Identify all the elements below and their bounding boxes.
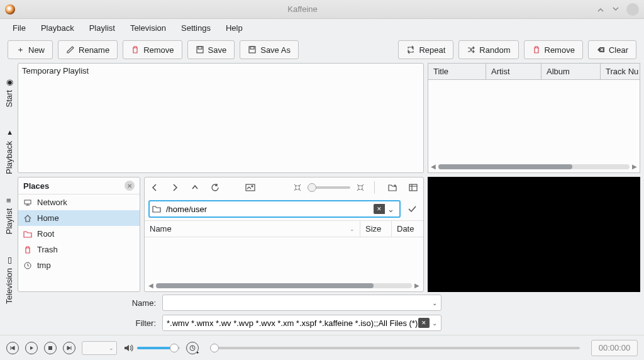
col-title[interactable]: Title	[428, 64, 486, 79]
menu-playback[interactable]: Playback	[35, 21, 80, 35]
prev-button[interactable]	[6, 342, 19, 354]
tracks-body[interactable]: ◀ ▶	[428, 80, 640, 173]
col-size[interactable]: Size	[360, 221, 392, 237]
app-icon	[5, 4, 15, 14]
col-album[interactable]: Album	[541, 64, 601, 79]
window-title: Kaffeine	[15, 4, 590, 14]
tracks-header: Title Artist Album Track Nu	[428, 63, 640, 80]
menu-settings[interactable]: Settings	[175, 21, 217, 35]
file-columns: Name⌄ Size Date	[145, 220, 423, 237]
tab-playlist[interactable]: Playlist≡	[0, 186, 18, 244]
file-list[interactable]: ◀ ▶	[145, 237, 423, 291]
places-panel: Places ✕ NetworkHomeRootTrashtmp	[18, 177, 140, 292]
trash-icon	[532, 45, 541, 54]
video-preview	[428, 177, 640, 292]
repeat-button[interactable]: Repeat	[398, 40, 453, 59]
rename-button[interactable]: Rename	[58, 40, 118, 59]
close-places-icon[interactable]: ✕	[125, 181, 135, 191]
maximize-icon[interactable]	[611, 5, 620, 14]
play-button[interactable]	[25, 342, 38, 354]
scroll-right-icon[interactable]: ▶	[632, 163, 637, 170]
aspect-select[interactable]: ⌄	[82, 341, 117, 355]
trash-icon	[23, 245, 32, 254]
clear-button[interactable]: Clear	[588, 40, 636, 59]
place-item-root[interactable]: Root	[18, 226, 140, 242]
tab-television[interactable]: Television▭	[0, 246, 18, 313]
path-input[interactable]: ✕ ⌄	[148, 200, 401, 218]
svg-rect-6	[246, 184, 255, 191]
player-bar: ⌄ ▸ 00:00:00	[0, 335, 644, 360]
clear-icon	[596, 45, 605, 54]
random-button[interactable]: Random	[458, 40, 518, 59]
col-artist[interactable]: Artist	[486, 64, 541, 79]
menu-file[interactable]: File	[6, 21, 32, 35]
remove-button[interactable]: Remove	[123, 40, 182, 59]
minimize-icon[interactable]	[596, 5, 605, 14]
filter-dropdown-icon[interactable]: ⌄	[432, 320, 437, 327]
volume-icon[interactable]	[123, 344, 133, 352]
tracks-hscroll[interactable]: ◀ ▶	[431, 163, 637, 170]
scroll-left-icon[interactable]: ◀	[148, 282, 153, 289]
col-tracknum[interactable]: Track Nu	[601, 64, 640, 79]
back-icon[interactable]	[148, 181, 161, 194]
zoom-slider[interactable]	[291, 181, 367, 194]
name-input[interactable]: ⌄	[162, 295, 441, 311]
home-icon	[23, 214, 32, 223]
path-field[interactable]	[164, 205, 374, 214]
place-item-network[interactable]: Network	[18, 194, 140, 210]
new-button[interactable]: ＋New	[8, 40, 53, 59]
next-button[interactable]	[63, 342, 75, 354]
remove-track-button[interactable]: Remove	[524, 40, 583, 59]
place-item-home[interactable]: Home	[18, 210, 140, 226]
sort-dropdown-icon[interactable]: ⌄	[350, 226, 355, 232]
new-folder-icon[interactable]	[387, 181, 399, 194]
path-dropdown-icon[interactable]: ⌄	[385, 205, 397, 214]
file-hscroll[interactable]: ◀ ▶	[148, 282, 419, 289]
scroll-left-icon[interactable]: ◀	[431, 163, 436, 170]
svg-rect-1	[198, 47, 202, 49]
col-date[interactable]: Date	[392, 221, 423, 237]
pencil-icon	[66, 45, 75, 54]
accept-path-icon[interactable]	[404, 204, 419, 214]
menu-playlist[interactable]: Playlist	[83, 21, 121, 35]
time-display: 00:00:00	[591, 340, 638, 356]
up-icon[interactable]	[189, 181, 201, 194]
side-tabs: Start◉ Playback▸ Playlist≡ Television▭	[0, 63, 18, 335]
menu-television[interactable]: Television	[124, 21, 172, 35]
tab-start[interactable]: Start◉	[0, 68, 18, 116]
volume-control[interactable]	[123, 344, 180, 352]
playlist-list[interactable]: Temporary Playlist	[18, 63, 424, 173]
timer-button[interactable]: ▸	[186, 342, 199, 354]
tab-playback[interactable]: Playback▸	[0, 119, 18, 184]
col-name[interactable]: Name⌄	[145, 221, 360, 237]
preview-icon[interactable]	[244, 181, 257, 194]
menubar: File Playback Playlist Television Settin…	[0, 19, 644, 37]
zoom-out-icon[interactable]	[291, 181, 304, 194]
svg-rect-3	[250, 47, 254, 49]
close-icon[interactable]	[626, 3, 639, 16]
place-item-tmp[interactable]: tmp	[18, 257, 140, 273]
name-dropdown-icon[interactable]: ⌄	[432, 300, 437, 307]
playlist-item[interactable]: Temporary Playlist	[22, 66, 419, 76]
seek-slider[interactable]	[210, 347, 580, 349]
reload-icon[interactable]	[209, 181, 221, 194]
save-button[interactable]: Save	[187, 40, 235, 59]
forward-icon[interactable]	[169, 181, 181, 194]
zoom-in-icon[interactable]	[354, 181, 367, 194]
filter-input[interactable]: ✕ ⌄	[162, 315, 441, 331]
stop-button[interactable]	[44, 342, 57, 354]
clear-filter-icon[interactable]: ✕	[418, 318, 430, 328]
playlist-icon: ≡	[4, 196, 13, 205]
playback-icon: ▸	[4, 128, 13, 137]
menu-help[interactable]: Help	[219, 21, 249, 35]
view-options-icon[interactable]	[407, 181, 419, 194]
saveas-button[interactable]: Save As	[240, 40, 299, 59]
tv-icon: ▭	[4, 256, 13, 264]
save-icon	[248, 45, 257, 54]
clear-path-icon[interactable]: ✕	[374, 204, 385, 214]
scroll-right-icon[interactable]: ▶	[414, 282, 419, 289]
place-item-trash[interactable]: Trash	[18, 242, 140, 257]
filter-label: Filter:	[19, 318, 162, 328]
svg-rect-9	[409, 184, 417, 191]
shuffle-icon	[467, 45, 475, 54]
